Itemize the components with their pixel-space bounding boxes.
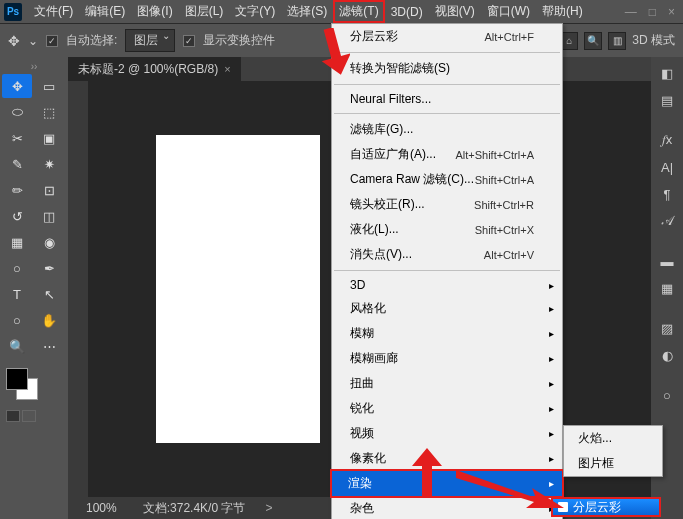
chevron-down-icon[interactable]: ⌄	[28, 34, 38, 48]
panel-para-icon[interactable]: ¶	[655, 182, 679, 206]
toolbox: ›› ✥▭ ⬭⬚ ✂▣ ✎✷ ✏⊡ ↺◫ ▦◉ ○✒ T↖ ○✋ 🔍⋯	[0, 57, 68, 519]
shape-tool[interactable]: ○	[2, 308, 32, 332]
panel-channels-icon[interactable]: ▦	[655, 276, 679, 300]
menu-separator	[334, 52, 560, 53]
filter-render[interactable]: 渲染	[330, 469, 564, 498]
filter-adaptive[interactable]: 自适应广角(A)...Alt+Shift+Ctrl+A	[332, 142, 562, 167]
foreground-color[interactable]	[6, 368, 28, 390]
menu-file[interactable]: 文件(F)	[28, 0, 79, 23]
brush-tool[interactable]: ✏	[2, 178, 32, 202]
pen-tool[interactable]: ✒	[34, 256, 64, 280]
menu-3d[interactable]: 3D(D)	[385, 2, 429, 22]
doc-tab-title: 未标题-2 @ 100%(RGB/8)	[78, 61, 218, 78]
panel-glyph-icon[interactable]: 𝒜	[655, 209, 679, 233]
transform-checkbox[interactable]: ✓	[183, 35, 195, 47]
menu-filter[interactable]: 滤镜(T)	[333, 0, 384, 23]
menu-view[interactable]: 视图(V)	[429, 0, 481, 23]
crop-tool[interactable]: ✂	[2, 126, 32, 150]
filter-camera-raw[interactable]: Camera Raw 滤镜(C)...Shift+Ctrl+A	[332, 167, 562, 192]
screenmode-icon[interactable]	[22, 410, 36, 422]
healing-tool[interactable]: ✷	[34, 152, 64, 176]
maximize-icon[interactable]: □	[649, 5, 656, 19]
history-brush[interactable]: ↺	[2, 204, 32, 228]
clouds-diff-button[interactable]: 分层云彩	[551, 497, 661, 517]
panel-fx-icon[interactable]: 𝑓x	[655, 128, 679, 152]
panel-paths-icon[interactable]: ▨	[655, 316, 679, 340]
zoom-tool[interactable]: 🔍	[2, 334, 32, 358]
filter-pixelate[interactable]: 像素化	[332, 446, 562, 471]
blur-tool[interactable]: ◉	[34, 230, 64, 254]
frame-tool[interactable]: ▣	[34, 126, 64, 150]
panel-char-icon[interactable]: A|	[655, 155, 679, 179]
panel-adjust-icon[interactable]: ◐	[655, 343, 679, 367]
panel-color-icon[interactable]: ◧	[655, 61, 679, 85]
move-tool[interactable]: ✥	[2, 74, 32, 98]
transform-label: 显示变换控件	[203, 32, 275, 49]
quickmask-icon[interactable]	[6, 410, 20, 422]
hand-tool[interactable]: ✋	[34, 308, 64, 332]
filter-distort[interactable]: 扭曲	[332, 371, 562, 396]
canvas[interactable]	[156, 135, 320, 443]
menu-help[interactable]: 帮助(H)	[536, 0, 589, 23]
window-controls: — □ ×	[625, 5, 683, 19]
clouds-diff-label: 分层云彩	[573, 499, 621, 516]
color-swatches[interactable]	[0, 362, 68, 428]
filter-convert-smart[interactable]: 转换为智能滤镜(S)	[332, 56, 562, 81]
clone-tool[interactable]: ⊡	[34, 178, 64, 202]
close-icon[interactable]: ×	[668, 5, 675, 19]
dodge-tool[interactable]: ○	[2, 256, 32, 280]
toolbox-grip[interactable]: ››	[2, 61, 66, 72]
marquee-tool[interactable]: ⬚	[34, 100, 64, 124]
filter-sharpen[interactable]: 锐化	[332, 396, 562, 421]
filter-gallery[interactable]: 滤镜库(G)...	[332, 117, 562, 142]
search-icon[interactable]: 🔍	[584, 32, 602, 50]
filter-blur-gallery[interactable]: 模糊画廊	[332, 346, 562, 371]
menu-edit[interactable]: 编辑(E)	[79, 0, 131, 23]
eyedropper-tool[interactable]: ✎	[2, 152, 32, 176]
menu-layer[interactable]: 图层(L)	[179, 0, 230, 23]
path-tool[interactable]: ↖	[34, 282, 64, 306]
edit-toolbar[interactable]: ⋯	[34, 334, 64, 358]
ruler-vertical	[68, 81, 88, 497]
move-tool-icon[interactable]: ✥	[8, 33, 20, 49]
filter-lens[interactable]: 镜头校正(R)...Shift+Ctrl+R	[332, 192, 562, 217]
filter-3d[interactable]: 3D	[332, 274, 562, 296]
panel-layers-icon[interactable]: ▬	[655, 249, 679, 273]
lasso-tool[interactable]: ⬭	[2, 100, 32, 124]
panel-swatches-icon[interactable]: ▤	[655, 88, 679, 112]
menu-separator	[334, 84, 560, 85]
panel-icon[interactable]: ▥	[608, 32, 626, 50]
artboard-tool[interactable]: ▭	[34, 74, 64, 98]
filter-last-shortcut: Alt+Ctrl+F	[484, 31, 534, 43]
menu-select[interactable]: 选择(S)	[281, 0, 333, 23]
filter-neural[interactable]: Neural Filters...	[332, 88, 562, 110]
home-icon[interactable]: ⌂	[560, 32, 578, 50]
gradient-tool[interactable]: ▦	[2, 230, 32, 254]
panel-libraries-icon[interactable]: ○	[655, 383, 679, 407]
type-tool[interactable]: T	[2, 282, 32, 306]
filter-last[interactable]: 分层云彩 Alt+Ctrl+F	[332, 24, 562, 49]
filter-liquify[interactable]: 液化(L)...Shift+Ctrl+X	[332, 217, 562, 242]
mode-3d-label: 3D 模式	[632, 32, 675, 49]
minimize-icon[interactable]: —	[625, 5, 637, 19]
doc-tab-active[interactable]: 未标题-2 @ 100%(RGB/8) ×	[68, 57, 241, 82]
eraser-tool[interactable]: ◫	[34, 204, 64, 228]
status-expand-icon[interactable]: >	[265, 501, 272, 515]
zoom-field[interactable]: 100%	[80, 501, 123, 515]
menu-type[interactable]: 文字(Y)	[229, 0, 281, 23]
filter-vanishing[interactable]: 消失点(V)...Alt+Ctrl+V	[332, 242, 562, 267]
menu-image[interactable]: 图像(I)	[131, 0, 178, 23]
autosel-checkbox[interactable]: ✓	[46, 35, 58, 47]
layer-dropdown[interactable]: 图层	[125, 29, 175, 52]
tab-close-icon[interactable]: ×	[224, 63, 230, 75]
filter-noise[interactable]: 杂色	[332, 496, 562, 519]
file-info: 文档:372.4K/0 字节	[143, 500, 246, 517]
filter-video[interactable]: 视频	[332, 421, 562, 446]
render-flame[interactable]: 火焰...	[564, 426, 662, 451]
menu-window[interactable]: 窗口(W)	[481, 0, 536, 23]
menubar[interactable]: Ps 文件(F) 编辑(E) 图像(I) 图层(L) 文字(Y) 选择(S) 滤…	[0, 0, 683, 23]
filter-stylize[interactable]: 风格化	[332, 296, 562, 321]
render-pictureframe[interactable]: 图片框	[564, 451, 662, 476]
autosel-label: 自动选择:	[66, 32, 117, 49]
filter-blur[interactable]: 模糊	[332, 321, 562, 346]
